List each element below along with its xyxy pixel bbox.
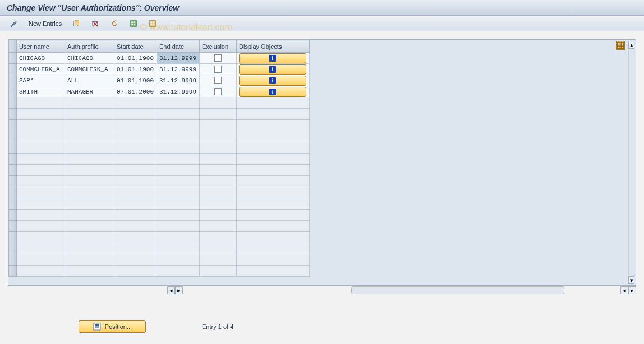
empty-cell[interactable] (65, 232, 114, 243)
cell-profile[interactable]: MANAGER (65, 86, 114, 97)
empty-cell[interactable] (17, 165, 65, 176)
empty-cell[interactable] (237, 243, 310, 254)
empty-cell[interactable] (237, 131, 310, 142)
empty-cell[interactable] (200, 109, 237, 120)
h-scroll-track[interactable] (351, 286, 564, 294)
empty-cell[interactable] (237, 154, 310, 165)
empty-cell[interactable] (114, 131, 157, 142)
row-selector[interactable] (9, 97, 17, 109)
row-selector[interactable] (9, 210, 17, 221)
cell-user[interactable]: SMITH (17, 86, 65, 97)
cell-start[interactable]: 01.01.1900 (114, 53, 157, 64)
empty-cell[interactable] (157, 165, 200, 176)
empty-cell[interactable] (114, 210, 157, 221)
empty-cell[interactable] (17, 210, 65, 221)
empty-cell[interactable] (17, 176, 65, 187)
empty-cell[interactable] (200, 210, 237, 221)
empty-cell[interactable] (114, 232, 157, 243)
cell-exclusion[interactable] (200, 86, 237, 97)
empty-cell[interactable] (65, 243, 114, 254)
empty-cell[interactable] (17, 187, 65, 198)
empty-cell[interactable] (237, 198, 310, 210)
cell-exclusion[interactable] (200, 53, 237, 64)
toggle-icon-button[interactable] (6, 18, 22, 29)
cell-profile[interactable]: COMMCLERK_A (65, 64, 114, 75)
empty-cell[interactable] (237, 221, 310, 232)
row-selector[interactable] (9, 120, 17, 131)
cell-profile[interactable]: ALL (65, 75, 114, 86)
row-selector[interactable] (9, 131, 17, 142)
empty-cell[interactable] (114, 142, 157, 154)
empty-cell[interactable] (237, 254, 310, 266)
empty-cell[interactable] (157, 131, 200, 142)
empty-cell[interactable] (200, 97, 237, 109)
empty-cell[interactable] (157, 97, 200, 109)
empty-cell[interactable] (237, 187, 310, 198)
empty-cell[interactable] (237, 97, 310, 109)
display-objects-button[interactable]: i (239, 64, 306, 75)
empty-cell[interactable] (200, 154, 237, 165)
empty-cell[interactable] (17, 232, 65, 243)
empty-cell[interactable] (157, 210, 200, 221)
empty-cell[interactable] (157, 243, 200, 254)
row-selector[interactable] (9, 64, 17, 75)
select-all-rows[interactable] (9, 40, 17, 53)
copy-icon-button[interactable] (68, 18, 85, 29)
empty-cell[interactable] (17, 131, 65, 142)
cell-start[interactable]: 01.01.1900 (114, 75, 157, 86)
cell-end[interactable]: 31.12.9999 (157, 53, 200, 64)
row-selector[interactable] (9, 75, 17, 86)
empty-cell[interactable] (114, 109, 157, 120)
empty-cell[interactable] (157, 266, 200, 277)
cell-exclusion[interactable] (200, 75, 237, 86)
empty-cell[interactable] (114, 198, 157, 210)
cell-user[interactable]: COMMCLERK_A (17, 64, 65, 75)
row-selector[interactable] (9, 154, 17, 165)
empty-cell[interactable] (17, 243, 65, 254)
row-selector[interactable] (9, 109, 17, 120)
row-selector[interactable] (9, 187, 17, 198)
empty-cell[interactable] (65, 176, 114, 187)
empty-cell[interactable] (65, 221, 114, 232)
row-selector[interactable] (9, 165, 17, 176)
row-selector[interactable] (9, 53, 17, 64)
empty-cell[interactable] (157, 120, 200, 131)
empty-cell[interactable] (200, 165, 237, 176)
display-objects-button[interactable]: i (239, 53, 306, 63)
empty-cell[interactable] (200, 131, 237, 142)
row-selector[interactable] (9, 86, 17, 97)
empty-cell[interactable] (157, 154, 200, 165)
row-selector[interactable] (9, 254, 17, 266)
col-header-exclusion[interactable]: Exclusion (200, 40, 237, 53)
empty-cell[interactable] (65, 154, 114, 165)
cell-end[interactable]: 31.12.9999 (157, 64, 200, 75)
display-objects-button[interactable]: i (239, 76, 306, 86)
row-selector[interactable] (9, 266, 17, 277)
empty-cell[interactable] (17, 142, 65, 154)
exclusion-checkbox[interactable] (214, 77, 222, 84)
empty-cell[interactable] (65, 266, 114, 277)
empty-cell[interactable] (157, 198, 200, 210)
col-header-start[interactable]: Start date (114, 40, 157, 53)
vertical-scrollbar[interactable]: ▴ ▾ (627, 40, 636, 285)
empty-cell[interactable] (65, 109, 114, 120)
empty-cell[interactable] (65, 131, 114, 142)
cell-user[interactable]: SAP* (17, 75, 65, 86)
empty-cell[interactable] (65, 210, 114, 221)
empty-cell[interactable] (237, 266, 310, 277)
display-objects-button[interactable]: i (239, 87, 306, 97)
cell-start[interactable]: 07.01.2000 (114, 86, 157, 97)
cell-profile[interactable]: CHICAGO (65, 53, 114, 64)
empty-cell[interactable] (200, 198, 237, 210)
cell-end[interactable]: 31.12.9999 (157, 86, 200, 97)
empty-cell[interactable] (157, 221, 200, 232)
scroll-right-inner-button[interactable]: ▸ (175, 286, 183, 294)
cell-end[interactable]: 31.12.9999 (157, 75, 200, 86)
empty-cell[interactable] (114, 165, 157, 176)
row-selector[interactable] (9, 176, 17, 187)
empty-cell[interactable] (65, 97, 114, 109)
empty-cell[interactable] (157, 109, 200, 120)
empty-cell[interactable] (114, 254, 157, 266)
empty-cell[interactable] (200, 243, 237, 254)
empty-cell[interactable] (17, 154, 65, 165)
